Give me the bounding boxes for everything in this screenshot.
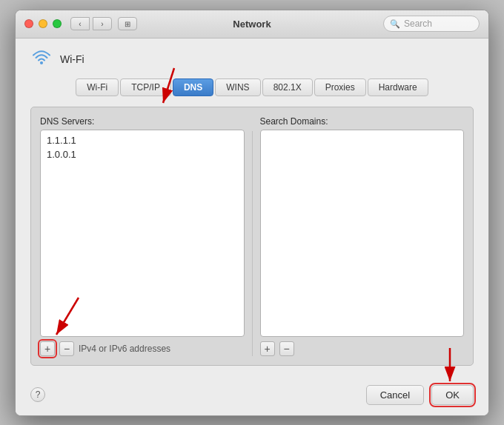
footer: ? Cancel OK [16,378,488,415]
close-button[interactable] [24,19,33,28]
search-placeholder: Search [404,19,432,29]
wifi-header: Wi-Fi [30,49,474,70]
tab-dns[interactable]: DNS [173,78,213,96]
search-domain-controls: + − [260,341,465,356]
dns-add-button[interactable]: + [40,341,55,356]
grid-icon: ⊞ [125,20,130,28]
back-button[interactable]: ‹ [70,17,90,30]
footer-buttons: Cancel OK [366,385,474,405]
dns-servers-panel: DNS Servers: 1.1.1.1 1.0.0.1 + − IPv4 or… [40,116,245,356]
help-icon: ? [36,389,41,400]
search-domains-list[interactable] [260,130,465,337]
tab-wifi[interactable]: Wi-Fi [76,78,119,96]
wifi-label: Wi-Fi [60,53,84,65]
tab-tcpip[interactable]: TCP/IP [120,78,171,96]
search-domain-remove-button[interactable]: − [279,341,294,356]
grid-button[interactable]: ⊞ [118,17,137,30]
wifi-icon [30,49,53,70]
panel-divider [252,131,253,356]
nav-buttons: ‹ › [70,17,112,30]
search-domains-panel: Search Domains: + − [260,116,465,356]
search-icon: 🔍 [390,19,400,29]
dns-remove-button[interactable]: − [59,341,74,356]
window-title: Network [233,19,271,30]
svg-point-0 [40,61,43,64]
main-window: ‹ › ⊞ Network 🔍 Search [15,10,489,416]
forward-icon: › [101,20,103,28]
content-area: Wi-Fi Wi-Fi TCP/IP DNS WINS 802.1X Proxi… [16,39,488,378]
back-icon: ‹ [79,20,81,28]
tab-wins[interactable]: WINS [215,78,260,96]
help-button[interactable]: ? [30,387,45,402]
minimize-button[interactable] [39,19,47,28]
dns-entry-1: 1.1.1.1 [44,133,241,147]
tab-proxies[interactable]: Proxies [314,78,366,96]
cancel-button[interactable]: Cancel [366,385,424,405]
forward-button[interactable]: › [93,17,112,30]
search-domain-add-button[interactable]: + [260,341,275,356]
ok-button[interactable]: OK [431,385,474,405]
maximize-button[interactable] [53,19,62,28]
dns-controls: + − IPv4 or IPv6 addresses [40,341,245,356]
dns-servers-label: DNS Servers: [40,116,245,127]
panels-row: DNS Servers: 1.1.1.1 1.0.0.1 + − IPv4 or… [40,116,464,356]
titlebar: ‹ › ⊞ Network 🔍 Search [16,10,488,39]
tab-8021x[interactable]: 802.1X [262,78,313,96]
dns-hint: IPv4 or IPv6 addresses [79,344,170,354]
search-box[interactable]: 🔍 Search [383,16,480,32]
traffic-lights [24,19,62,28]
dns-servers-list[interactable]: 1.1.1.1 1.0.0.1 [40,130,245,337]
dns-entry-2: 1.0.0.1 [44,147,241,161]
tabs-container: Wi-Fi TCP/IP DNS WINS 802.1X Proxies Har… [30,78,474,96]
tab-hardware[interactable]: Hardware [368,78,428,96]
search-domains-label: Search Domains: [260,116,465,127]
